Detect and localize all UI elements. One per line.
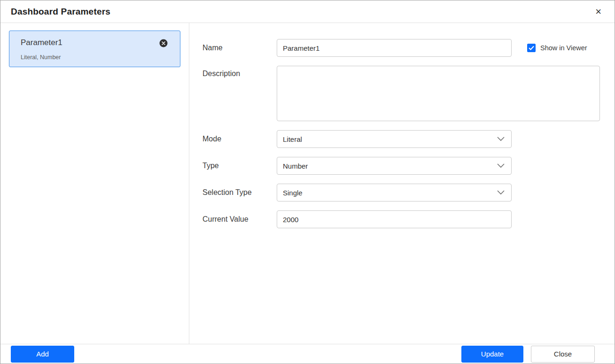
mode-dropdown-value: Literal — [283, 135, 302, 143]
parameter-form: Name Show in Viewer Description Mode — [189, 23, 615, 344]
selection-type-dropdown-value: Single — [283, 189, 303, 197]
mode-row: Mode Literal — [202, 130, 600, 148]
chevron-down-icon — [497, 190, 505, 195]
parameter-card-summary: Literal, Number — [21, 54, 172, 61]
type-label: Type — [202, 162, 277, 170]
parameter-list-panel: Parameter1 Literal, Number — [0, 23, 189, 344]
mode-label: Mode — [202, 135, 277, 143]
selection-type-row: Selection Type Single — [202, 184, 600, 201]
dialog-body: Parameter1 Literal, Number Name — [0, 23, 615, 344]
dialog-header: Dashboard Parameters × — [0, 0, 615, 23]
update-button[interactable]: Update — [461, 346, 523, 363]
dashboard-parameters-dialog: Dashboard Parameters × Parameter1 Litera… — [0, 0, 615, 364]
current-value-label: Current Value — [202, 215, 277, 224]
parameter-card[interactable]: Parameter1 Literal, Number — [9, 31, 180, 67]
chevron-down-icon — [497, 137, 505, 141]
check-icon — [529, 46, 534, 50]
description-label: Description — [202, 70, 277, 78]
mode-dropdown[interactable]: Literal — [277, 130, 512, 148]
show-in-viewer-checkbox[interactable] — [527, 44, 536, 52]
name-input[interactable] — [277, 39, 512, 57]
selection-type-label: Selection Type — [202, 188, 277, 197]
selection-type-dropdown[interactable]: Single — [277, 184, 512, 201]
add-button[interactable]: Add — [11, 346, 74, 363]
dialog-title: Dashboard Parameters — [11, 7, 110, 17]
show-in-viewer-label: Show in Viewer — [540, 44, 587, 52]
type-dropdown[interactable]: Number — [277, 157, 512, 175]
description-textarea[interactable] — [277, 66, 600, 121]
close-icon[interactable]: × — [593, 6, 603, 18]
show-in-viewer-group: Show in Viewer — [527, 44, 587, 52]
name-label: Name — [202, 44, 277, 52]
type-row: Type Number — [202, 157, 600, 175]
parameter-card-name: Parameter1 — [21, 38, 172, 47]
description-row: Description — [202, 66, 600, 121]
type-dropdown-value: Number — [283, 162, 308, 170]
chevron-down-icon — [497, 163, 505, 168]
remove-parameter-icon[interactable] — [159, 39, 168, 47]
current-value-input[interactable] — [277, 210, 512, 228]
name-row: Name Show in Viewer — [202, 39, 600, 57]
dialog-footer: Add Update Close — [0, 344, 615, 364]
close-button[interactable]: Close — [531, 346, 595, 363]
footer-actions: Update Close — [461, 346, 595, 363]
current-value-row: Current Value — [202, 210, 600, 228]
